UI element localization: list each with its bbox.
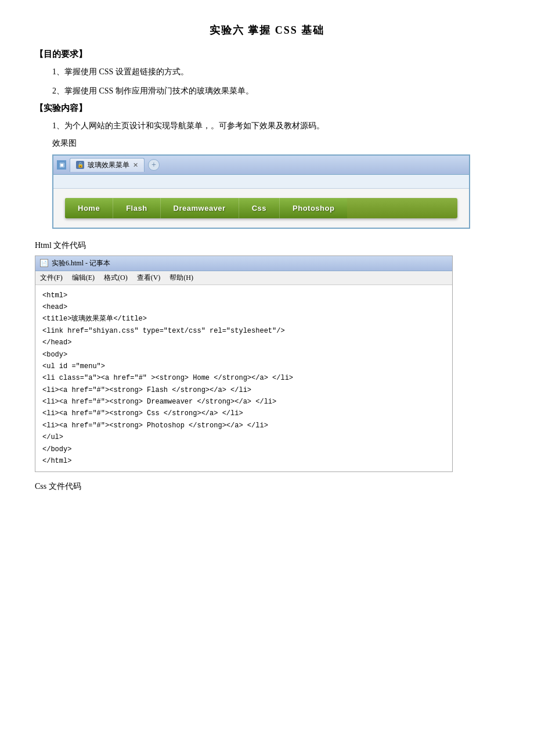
code-line-13: </ul> — [42, 431, 445, 443]
code-line-15: </html> — [42, 455, 445, 467]
menu-view[interactable]: 查看(V) — [137, 273, 161, 283]
menu-help[interactable]: 帮助(H) — [169, 273, 193, 283]
code-line-4: <link href="shiyan.css" type="text/css" … — [42, 325, 445, 337]
notepad-title: 实验6.html - 记事本 — [52, 258, 110, 268]
code-line-9: <li><a href="#"><strong> Flash </strong>… — [42, 384, 445, 396]
tab-title: 玻璃效果菜单 — [88, 160, 129, 170]
code-line-3: <title>玻璃效果菜单</title> — [42, 313, 445, 325]
effect-label: 效果图 — [52, 138, 499, 149]
code-line-10: <li><a href="#"><strong> Dreamweaver </s… — [42, 396, 445, 408]
browser-mockup: ▣ 🔒 玻璃效果菜单 ✕ + Home Flash Dreamweaver Cs… — [52, 154, 470, 229]
notepad-menubar: 文件(F) 编辑(E) 格式(O) 查看(V) 帮助(H) — [35, 271, 452, 285]
browser-content: Home Flash Dreamweaver Css Photoshop — [53, 189, 469, 228]
content-header: 【实验内容】 — [35, 103, 499, 114]
menu-file[interactable]: 文件(F) — [40, 273, 63, 283]
new-tab-button[interactable]: + — [148, 159, 160, 171]
nav-item-photoshop[interactable]: Photoshop — [280, 198, 347, 218]
purpose-item-1: 1、掌握使用 CSS 设置超链接的方式。 — [52, 64, 499, 79]
menu-format[interactable]: 格式(O) — [104, 273, 128, 283]
code-line-12: <li><a href="#"><strong> Photoshop </str… — [42, 420, 445, 431]
code-line-6: <body> — [42, 349, 445, 361]
code-line-2: <head> — [42, 301, 445, 313]
notepad-mockup: 📄 实验6.html - 记事本 文件(F) 编辑(E) 格式(O) 查看(V)… — [35, 255, 453, 473]
code-line-8: <li class="a"><a href="#" ><strong> Home… — [42, 372, 445, 384]
code-line-11: <li><a href="#"><strong> Css </strong></… — [42, 408, 445, 419]
code-line-5: </head> — [42, 337, 445, 348]
browser-window-icon: ▣ — [57, 160, 66, 170]
browser-tab[interactable]: 🔒 玻璃效果菜单 ✕ — [70, 158, 145, 172]
nav-item-dreamweaver[interactable]: Dreamweaver — [161, 198, 239, 218]
browser-addressbar — [53, 175, 469, 189]
purpose-header: 【目的要求】 — [35, 49, 499, 60]
code-line-1: <html> — [42, 290, 445, 301]
notepad-titlebar: 📄 实验6.html - 记事本 — [35, 256, 452, 271]
tab-favicon: 🔒 — [76, 161, 84, 169]
nav-item-home[interactable]: Home — [65, 198, 113, 218]
code-line-7: <ul id ="menu"> — [42, 361, 445, 372]
nav-item-flash[interactable]: Flash — [113, 198, 160, 218]
page-title: 实验六 掌握 CSS 基础 — [35, 23, 499, 37]
browser-titlebar: ▣ 🔒 玻璃效果菜单 ✕ + — [53, 156, 469, 175]
purpose-item-2: 2、掌握使用 CSS 制作应用滑动门技术的玻璃效果菜单。 — [52, 84, 499, 98]
nav-item-css[interactable]: Css — [239, 198, 280, 218]
notepad-icon: 📄 — [40, 259, 48, 267]
content-item-1: 1、为个人网站的主页设计和实现导航菜单，。可参考如下效果及教材源码。 — [52, 118, 499, 133]
menu-edit[interactable]: 编辑(E) — [72, 273, 95, 283]
tab-close-icon[interactable]: ✕ — [133, 161, 138, 169]
html-code-label: Html 文件代码 — [35, 240, 499, 251]
notepad-body: <html> <head> <title>玻璃效果菜单</title> <lin… — [35, 285, 452, 472]
nav-menu: Home Flash Dreamweaver Css Photoshop — [65, 198, 457, 218]
code-line-14: </body> — [42, 444, 445, 455]
css-code-label: Css 文件代码 — [35, 481, 499, 492]
